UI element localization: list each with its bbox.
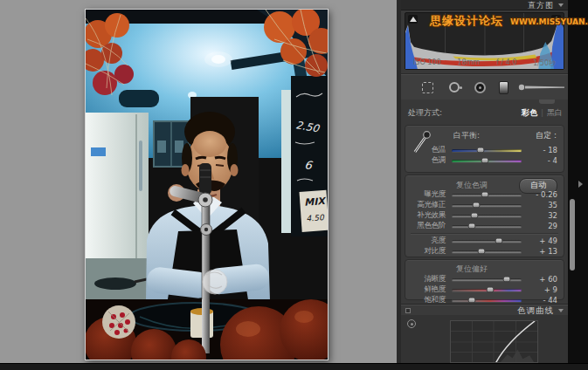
tone-sliders-lower: 亮度+ 49对比度+ 13 [405, 236, 564, 257]
slider-value[interactable]: + 49 [528, 236, 557, 245]
slider-row-tint: 色调- 4 [405, 155, 564, 166]
chevron-down-icon[interactable] [558, 309, 564, 312]
slider-value[interactable]: - 18 [528, 146, 557, 154]
slider-label: 补光效果 [409, 210, 446, 221]
develop-right-panel: 直方图 ISO 100 18mm f / 4.0 1/50秒 [401, 0, 568, 363]
slider-row-clarity: 清晰度+ 60 [405, 274, 564, 284]
panel-switch-icon[interactable] [405, 308, 411, 313]
svg-text:MIX: MIX [304, 195, 328, 209]
slider-thumb[interactable] [477, 248, 485, 254]
wb-label: 白平衡: [453, 130, 480, 141]
slider-value[interactable]: + 60 [528, 275, 557, 284]
slider-track[interactable] [452, 149, 522, 152]
slider-thumb[interactable] [470, 212, 478, 218]
watermark-site-name: 思缘设计论坛 [430, 14, 503, 27]
slider-label: 色温 [409, 145, 446, 155]
slider-label: 鲜艳度 [409, 284, 446, 295]
histogram-title: 直方图 [528, 1, 554, 10]
panel-scrollbar[interactable] [570, 199, 575, 271]
slider-thumb[interactable] [476, 147, 484, 153]
bottom-bar [0, 363, 588, 370]
slider-track[interactable] [452, 278, 522, 281]
slider-track[interactable] [452, 194, 522, 196]
slider-track[interactable] [452, 289, 522, 291]
chevron-down-icon[interactable] [558, 3, 564, 7]
slider-row-exposure: 曝光度- 0.26 [405, 189, 564, 200]
treatment-label: 处理方式: [408, 105, 442, 120]
slider-row-vibrance: 鲜艳度+ 9 [405, 284, 564, 295]
wb-sliders: 色温- 18色调- 4 [405, 145, 564, 166]
exif-info: ISO 100 18mm f / 4.0 1/50秒 [405, 58, 564, 68]
slider-thumb[interactable] [503, 276, 511, 282]
slider-track[interactable] [452, 299, 522, 302]
presence-sliders: 清晰度+ 60鲜艳度+ 9饱和度- 44 [405, 274, 564, 305]
slider-row-brightness: 亮度+ 49 [405, 236, 564, 246]
tool-options-tab[interactable] [539, 99, 555, 104]
photo-illustration: 2.50 6 MIX 4.50 [86, 10, 328, 360]
histogram-panel-header[interactable]: 直方图 [401, 0, 568, 10]
slider-thumb[interactable] [481, 191, 488, 197]
exif-aperture: f / 4.0 [496, 58, 516, 68]
slider-label: 高光修正 [409, 200, 446, 210]
photo-canvas[interactable]: 2.50 6 MIX 4.50 [85, 9, 329, 360]
slider-label: 曝光度 [409, 189, 446, 200]
watermark: 思缘设计论坛 WWW.MISSYUAN.COM [430, 11, 588, 29]
watermark-site-url: WWW.MISSYUAN.COM [510, 17, 588, 26]
slider-row-recovery: 高光修正35 [405, 200, 564, 210]
tone-curve-panel [401, 315, 568, 363]
slider-row-fill-light: 补光效果32 [405, 210, 564, 221]
right-edge-column [568, 0, 588, 363]
slider-label: 色调 [409, 155, 446, 166]
exif-iso: ISO 100 [413, 58, 441, 68]
slider-row-temp: 色温- 18 [405, 145, 564, 155]
tone-group: 复位色调 自动 曝光度- 0.26高光修正35补光效果32黑色色阶29 亮度+ … [405, 175, 564, 257]
svg-text:4.50: 4.50 [306, 213, 325, 223]
slider-value[interactable]: - 4 [528, 156, 557, 165]
slider-track[interactable] [452, 215, 522, 217]
red-eye-icon[interactable] [474, 82, 486, 93]
slider-value[interactable]: 35 [528, 201, 557, 209]
slider-thumb[interactable] [495, 237, 502, 243]
tool-strip [401, 73, 568, 99]
tone-curve-panel-header[interactable]: 色调曲线 [401, 304, 568, 315]
crop-icon[interactable] [422, 82, 433, 93]
adjustment-brush-icon[interactable] [517, 83, 566, 92]
shadow-clipping-indicator[interactable] [408, 15, 418, 24]
slider-value[interactable]: 32 [528, 211, 557, 220]
treatment-color-toggle[interactable]: 彩色 [522, 108, 537, 117]
slider-value[interactable]: + 9 [528, 285, 557, 294]
slider-row-blacks: 黑色色阶29 [405, 221, 564, 231]
exif-focal-length: 18mm [457, 58, 480, 68]
slider-thumb[interactable] [487, 286, 495, 292]
graduated-filter-icon[interactable] [499, 81, 508, 94]
presence-group: 复位偏好 清晰度+ 60鲜艳度+ 9饱和度- 44 [405, 259, 564, 300]
slider-value[interactable]: 29 [528, 222, 557, 230]
slider-track[interactable] [452, 240, 522, 243]
slider-label: 对比度 [409, 246, 446, 257]
slider-thumb[interactable] [481, 157, 489, 163]
tone-curve-grid[interactable] [450, 320, 538, 363]
slider-label: 清晰度 [409, 274, 446, 284]
wb-preset-dropdown[interactable]: 自定 : [536, 130, 557, 141]
treatment-bw-toggle[interactable]: 黑白 [547, 108, 563, 117]
slider-value[interactable]: + 13 [528, 247, 557, 256]
panel-show-hide-arrow[interactable] [578, 181, 583, 188]
treatment-separator: | [541, 108, 543, 117]
slider-thumb[interactable] [468, 297, 476, 303]
slider-track[interactable] [452, 204, 522, 207]
white-balance-group: 白平衡: 自定 : 色温- 18色调- 4 [405, 125, 564, 173]
slider-thumb[interactable] [473, 202, 481, 208]
spot-removal-icon[interactable] [449, 82, 460, 92]
slider-thumb[interactable] [468, 223, 476, 229]
slider-label: 亮度 [409, 236, 446, 246]
slider-row-contrast: 对比度+ 13 [405, 246, 564, 257]
slider-track[interactable] [452, 160, 522, 162]
slider-value[interactable]: - 0.26 [528, 190, 557, 199]
targeted-adjustment-icon[interactable] [407, 319, 416, 328]
exif-shutter: 1/50秒 [533, 58, 556, 68]
slider-track[interactable] [452, 250, 522, 253]
tone-sliders-upper: 曝光度- 0.26高光修正35补光效果32黑色色阶29 [405, 189, 564, 231]
slider-label: 黑色色阶 [409, 221, 446, 231]
tone-curve-graph [451, 321, 537, 362]
slider-track[interactable] [452, 225, 522, 228]
